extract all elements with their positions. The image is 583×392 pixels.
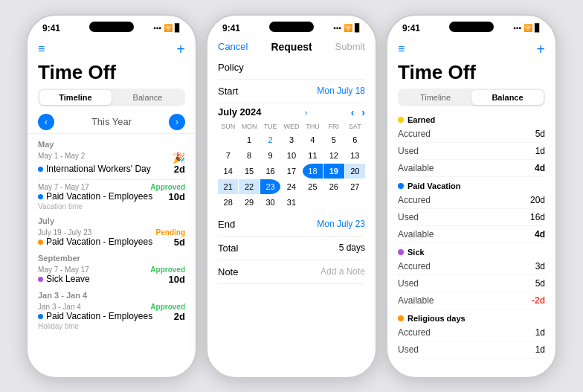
tab-timeline-3[interactable]: Timeline	[399, 90, 471, 105]
cal-day-28[interactable]: 28	[218, 195, 238, 210]
cal-day-25[interactable]: 25	[303, 179, 323, 194]
start-row[interactable]: Start Mon July 18	[218, 80, 365, 103]
value-used-rel: 1d	[535, 344, 545, 355]
dot-purple	[38, 277, 43, 282]
cal-day-19[interactable]: 19	[323, 164, 344, 179]
policy-label: Policy	[218, 62, 244, 73]
phone-2: 9:41 ▪▪▪ 🛜 ▊ Cancel Request Submit Polic…	[206, 14, 377, 379]
cal-day-22[interactable]: 22	[239, 179, 259, 194]
notch-1	[89, 22, 134, 32]
timeline-scroll: May May 1 - May 2 🎉 International Worker…	[28, 134, 196, 377]
cal-next-btn[interactable]: ›	[361, 106, 365, 118]
add-icon[interactable]: +	[176, 41, 185, 58]
value-used-pv: 16d	[530, 212, 545, 222]
list-item[interactable]: May 7 - May 17 Approved Sick Leave 10d	[38, 266, 185, 285]
item-name: International Workers' Day	[38, 164, 151, 174]
status-badge-pending: Pending	[156, 228, 185, 237]
cal-day-27[interactable]: 27	[345, 179, 365, 194]
status-bar-2: 9:41 ▪▪▪ 🛜 ▊	[207, 16, 376, 36]
cal-day-17[interactable]: 17	[281, 164, 301, 179]
category-paid-vacation: Paid Vacation	[398, 181, 545, 190]
tab-timeline-1[interactable]: Timeline	[39, 90, 112, 105]
cal-day-9[interactable]: 9	[260, 148, 280, 163]
wifi-icon: 🛜	[344, 24, 352, 32]
label-available-pv: Available	[398, 229, 434, 240]
phone2-nav: Cancel Request Submit	[207, 36, 376, 56]
balance-row: Available 4d	[398, 160, 545, 177]
month-july: July	[38, 216, 185, 225]
cal-day-21[interactable]: 21	[218, 179, 238, 194]
end-row[interactable]: End Mon July 23	[218, 213, 365, 237]
label-available-sick: Available	[398, 295, 434, 306]
label-used-pv: Used	[398, 212, 419, 222]
cal-day-13[interactable]: 13	[345, 148, 365, 163]
tab-balance-3[interactable]: Balance	[471, 90, 544, 105]
category-earned: Earned	[398, 115, 545, 124]
list-item[interactable]: July 19 - July 23 Pending Paid Vacation …	[38, 228, 185, 248]
add-icon-3[interactable]: +	[536, 41, 545, 58]
cal-day-18[interactable]: 18	[303, 164, 323, 179]
cal-day-26[interactable]: 26	[323, 179, 344, 194]
list-item[interactable]: Jan 3 - Jan 4 Approved Paid Vacation - E…	[38, 303, 185, 330]
cal-day-8[interactable]: 8	[239, 148, 259, 163]
calendar-grid: SUN MON TUE WED THU FRI SAT 1 2 3 4 5 6 …	[218, 121, 365, 210]
month-forward-arrow-small[interactable]: ›	[305, 108, 308, 117]
cal-day-29[interactable]: 29	[239, 195, 259, 210]
item-date: Jan 3 - Jan 4	[38, 303, 81, 311]
cal-day-6[interactable]: 6	[345, 132, 365, 147]
cal-day-31[interactable]: 31	[281, 195, 301, 210]
next-year-btn[interactable]: ›	[169, 114, 185, 130]
cal-prev-btn[interactable]: ‹	[351, 106, 355, 118]
cal-day-15[interactable]: 15	[239, 164, 259, 179]
start-label: Start	[218, 86, 238, 97]
cal-empty	[218, 132, 238, 147]
note-row[interactable]: Note Add a Note	[218, 260, 365, 284]
total-label: Total	[218, 242, 238, 254]
dot-sick	[398, 249, 404, 255]
page-title-3: Time Off	[387, 61, 555, 89]
menu-icon-3[interactable]: ≡	[398, 42, 405, 56]
list-item[interactable]: May 7 - May 17 Approved Paid Vacation - …	[38, 183, 185, 211]
category-sick: Sick	[398, 248, 545, 257]
divider	[38, 179, 185, 180]
menu-icon[interactable]: ≡	[38, 42, 45, 56]
cal-day-16[interactable]: 16	[260, 164, 280, 179]
cal-day-12[interactable]: 12	[323, 148, 344, 163]
cal-day-5[interactable]: 5	[323, 132, 344, 147]
submit-button[interactable]: Submit	[335, 41, 365, 52]
item-days: 2d	[174, 311, 185, 322]
cancel-button[interactable]: Cancel	[218, 41, 248, 52]
cal-day-2[interactable]: 2	[260, 132, 280, 147]
cal-day-1[interactable]: 1	[239, 132, 259, 147]
item-name: Sick Leave	[38, 274, 90, 284]
cal-day-30[interactable]: 30	[260, 195, 280, 210]
signal-icon: ▪▪▪	[153, 24, 161, 32]
notch-2	[269, 22, 314, 32]
status-time-2: 9:41	[222, 23, 240, 33]
wifi-icon: 🛜	[164, 24, 173, 32]
cal-day-4[interactable]: 4	[303, 132, 323, 147]
page-title-1: Time Off	[28, 61, 196, 89]
item-subtext: Vacation time	[38, 202, 185, 211]
cal-day-14[interactable]: 14	[218, 164, 238, 179]
tab-balance-1[interactable]: Balance	[112, 90, 184, 105]
prev-year-btn[interactable]: ‹	[38, 114, 54, 130]
label-accured-pv: Accured	[398, 195, 431, 205]
cal-day-7[interactable]: 7	[218, 148, 238, 163]
label-accured-rel: Accured	[398, 327, 431, 338]
list-item[interactable]: May 1 - May 2 🎉 International Workers' D…	[38, 152, 185, 175]
form-section-2: End Mon July 23 Total 5 days Note Add a …	[207, 213, 376, 284]
cal-day-11[interactable]: 11	[303, 148, 323, 163]
cal-day-10[interactable]: 10	[281, 148, 301, 163]
value-accured-sick: 3d	[535, 261, 545, 271]
cal-day-20[interactable]: 20	[345, 164, 365, 179]
cal-day-24[interactable]: 24	[281, 179, 301, 194]
total-value: 5 days	[339, 242, 365, 253]
cal-day-23[interactable]: 23	[260, 179, 280, 194]
dot-paid-vacation	[398, 183, 404, 189]
calendar-header: July 2024 › ‹ ›	[218, 106, 365, 118]
status-bar-3: 9:41 ▪▪▪ 🛜 ▊	[387, 16, 555, 36]
policy-row: Policy	[218, 56, 365, 80]
dot-blue	[38, 167, 43, 172]
cal-day-3[interactable]: 3	[281, 132, 301, 147]
